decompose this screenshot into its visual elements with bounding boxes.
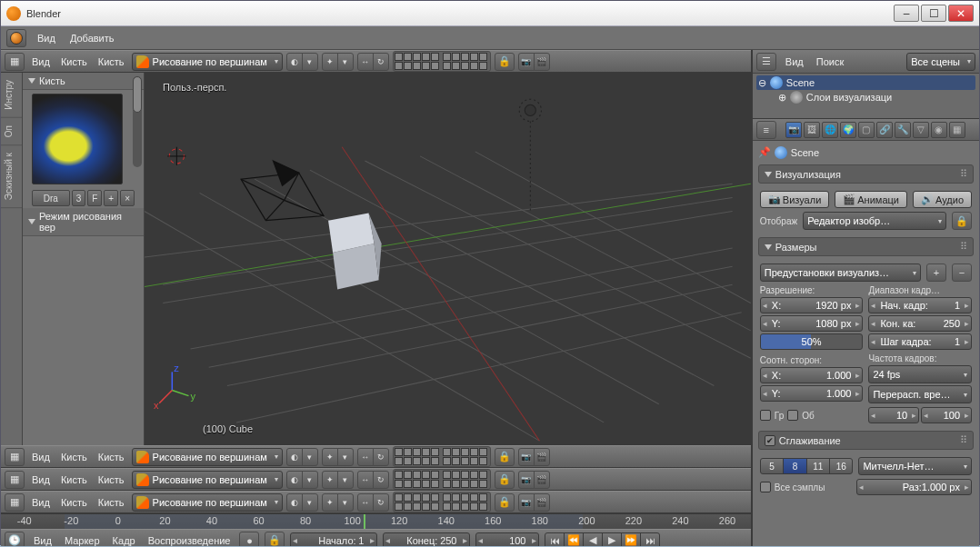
outliner-menu-search[interactable]: Поиск	[813, 55, 847, 69]
aa-filter-selector[interactable]: Митчелл-Нет…▾	[858, 457, 972, 475]
new-map-field[interactable]: ◂100▸	[921, 407, 972, 423]
menu-view[interactable]: Вид	[28, 450, 54, 464]
window-maximize-button[interactable]: ☐	[921, 5, 946, 22]
shading-selector[interactable]: ◐▾	[286, 493, 318, 512]
lock-camera-icon[interactable]: 🔒	[495, 53, 515, 71]
shading-selector[interactable]: ◐▾	[286, 448, 318, 466]
brush-remove-button[interactable]: ×	[120, 190, 135, 206]
prop-tab-world[interactable]: 🌍	[840, 122, 856, 138]
brush-add-button[interactable]: +	[104, 190, 118, 206]
timeline-menu-marker[interactable]: Маркер	[61, 533, 104, 546]
render-animation-button[interactable]: 🎬Анимаци	[835, 191, 907, 208]
jump-end-button[interactable]: ⏭	[640, 532, 660, 546]
pivot-selector[interactable]: ✦▾	[322, 493, 354, 512]
layer-buttons[interactable]	[393, 446, 491, 467]
info-menu-view[interactable]: Вид	[34, 31, 59, 45]
render-buttons[interactable]: 📷🎬	[518, 471, 550, 489]
viewport-canvas[interactable]: z y x Польз.-персп. (100) Cube	[145, 73, 751, 445]
pixel-filter-size-field[interactable]: ◂Раз:1.000 px▸	[856, 479, 972, 495]
menu-brush[interactable]: Кисть	[57, 495, 91, 510]
fps-selector[interactable]: 24 fps▾	[868, 365, 972, 383]
frame-step-field[interactable]: ◂Шаг кадра:1▸	[868, 333, 972, 350]
menu-brush[interactable]: Кисть	[57, 472, 91, 487]
info-menu-add[interactable]: Добавить	[66, 31, 118, 45]
view3d-menu-brush[interactable]: Кисть	[57, 55, 91, 69]
window-minimize-button[interactable]: –	[894, 5, 919, 22]
window-close-button[interactable]: ✕	[948, 5, 974, 22]
toolshelf-scrollbar[interactable]	[133, 76, 142, 167]
render-preset-selector[interactable]: Предустановки визуализ…▾	[760, 264, 921, 282]
toolshelf-tab-tools[interactable]: Инстру	[1, 73, 22, 118]
pivot-selector[interactable]: ✦▾	[322, 471, 354, 489]
outliner-tree[interactable]: ⊖ Scene ⊕ Слои визуализаци	[753, 74, 979, 118]
brush-fake-user[interactable]: F	[87, 190, 102, 206]
manipulator-toggles[interactable]: ↔↻	[357, 448, 389, 466]
prop-tab-data[interactable]: ▽	[913, 122, 929, 138]
outliner-menu-view[interactable]: Вид	[782, 55, 807, 69]
preset-remove-button[interactable]: −	[952, 264, 972, 282]
toolshelf-panel-paintmode-header[interactable]: Режим рисования вер	[23, 208, 144, 236]
antialias-checkbox[interactable]: ✔	[765, 435, 775, 446]
prop-tab-constraint[interactable]: 🔗	[876, 122, 893, 138]
play-button[interactable]: ▶	[602, 532, 622, 546]
shading-selector[interactable]: ◐▾	[286, 471, 318, 489]
pin-icon[interactable]: 📌	[758, 146, 771, 159]
render-buttons[interactable]: 📷🎬	[518, 448, 550, 466]
render-button[interactable]: 📷Визуали	[760, 191, 829, 208]
menu-view[interactable]: Вид	[28, 472, 54, 487]
timeline-menu-view[interactable]: Вид	[30, 533, 55, 546]
lock-camera-icon[interactable]: 🔒	[495, 471, 515, 489]
resolution-x-field[interactable]: ◂X:1920 px▸	[760, 297, 864, 313]
brush-name-field[interactable]: Dra	[32, 190, 70, 206]
mode-selector[interactable]: Рисование по вершинам▾	[132, 448, 283, 466]
outliner-row-renderlayers[interactable]: ⊕ Слои визуализаци	[756, 90, 975, 104]
lock-icon[interactable]: 🔒	[265, 532, 285, 546]
menu-brush2[interactable]: Кисть	[95, 495, 128, 510]
window-titlebar[interactable]: Blender – ☐ ✕	[1, 1, 979, 26]
layer-buttons[interactable]	[393, 492, 491, 512]
preset-add-button[interactable]: +	[926, 264, 946, 282]
mode-selector[interactable]: Рисование по вершинам▾	[132, 493, 283, 512]
section-antialias-header[interactable]: ✔Сглаживание⠿	[758, 431, 974, 450]
prop-tab-modifier[interactable]: 🔧	[895, 122, 911, 138]
keyframe-prev-button[interactable]: ⏪	[564, 532, 584, 546]
manipulator-toggles[interactable]: ↔↻	[357, 53, 389, 71]
time-remap-selector[interactable]: Перерасп. вре…▾	[868, 385, 972, 403]
aa-samples-segmented[interactable]: 5 8 11 16	[760, 458, 854, 474]
current-frame-field[interactable]: ◂100▸	[475, 532, 539, 546]
lock-camera-icon[interactable]: 🔒	[495, 448, 515, 466]
old-map-field[interactable]: ◂10▸	[868, 407, 919, 423]
menu-brush2[interactable]: Кисть	[95, 472, 128, 487]
mode-selector[interactable]: Рисование по вершинам ▾	[132, 53, 283, 71]
frame-end-field[interactable]: ◂Кон. ка:250▸	[868, 315, 972, 332]
keyframe-next-button[interactable]: ⏩	[621, 532, 641, 546]
toolshelf-panel-brush-header[interactable]: Кисть	[23, 73, 144, 90]
properties-editor-type-icon[interactable]: ≡	[756, 121, 776, 139]
display-mode-selector[interactable]: Редактор изобр…▾	[803, 212, 946, 230]
frame-start-field[interactable]: ◂Нач. кадр:1▸	[868, 297, 972, 313]
view3d-menu-view[interactable]: Вид	[28, 55, 54, 69]
prop-tab-texture[interactable]: ▦	[949, 122, 965, 138]
layer-buttons[interactable]	[393, 469, 491, 490]
manipulator-toggles[interactable]: ↔↻	[357, 493, 389, 512]
pivot-selector[interactable]: ✦▾	[322, 53, 354, 71]
render-buttons[interactable]: 📷🎬	[518, 493, 550, 512]
layer-buttons[interactable]	[393, 51, 491, 72]
crop-checkbox[interactable]	[787, 410, 798, 421]
view3d-menu-brush2[interactable]: Кисть	[95, 55, 128, 69]
editor-type-icon[interactable]: ▦	[5, 493, 25, 512]
shading-selector[interactable]: ◐▾	[286, 53, 318, 71]
editor-type-icon[interactable]: ▦	[5, 448, 25, 466]
render-buttons[interactable]: 📷🎬	[518, 53, 550, 71]
prop-tab-scene[interactable]: 🌐	[822, 122, 838, 138]
mode-selector[interactable]: Рисование по вершинам▾	[132, 471, 283, 489]
timeline-ruler[interactable]: -40 -20 0 20 40 60 80 100 120 140 160 18…	[1, 514, 751, 529]
full-sample-checkbox[interactable]	[760, 482, 771, 492]
aspect-x-field[interactable]: ◂X:1.000▸	[760, 367, 864, 383]
resolution-scale-slider[interactable]: 50%	[760, 333, 864, 350]
menu-brush[interactable]: Кисть	[57, 450, 91, 464]
prop-tab-material[interactable]: ◉	[931, 122, 947, 138]
brush-preview[interactable]	[32, 94, 123, 184]
render-audio-button[interactable]: 🔊Аудио	[913, 191, 972, 208]
toolshelf-tab-grease[interactable]: Эскизный к	[1, 145, 22, 208]
